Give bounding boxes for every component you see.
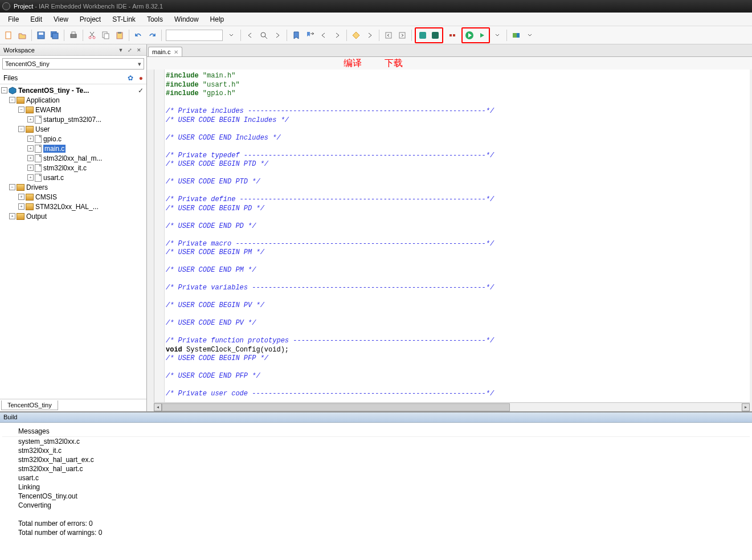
tree-hal-m[interactable]: + stm32l0xx_hal_m...: [0, 153, 146, 163]
workspace-close-icon[interactable]: ✕: [135, 46, 143, 54]
stop-build-icon[interactable]: [446, 29, 459, 42]
expand-icon[interactable]: +: [18, 203, 24, 210]
print-icon[interactable]: [67, 29, 80, 42]
build-messages-header: Messages: [2, 426, 750, 437]
scroll-left-icon[interactable]: ◂: [154, 403, 162, 411]
gear-icon[interactable]: ✿: [128, 74, 133, 82]
undo-icon[interactable]: [132, 29, 145, 42]
find-next-icon[interactable]: [271, 29, 284, 42]
download-debug-icon[interactable]: [463, 29, 476, 42]
build-message: usart.c: [2, 473, 750, 483]
folder-icon: [26, 107, 34, 113]
expand-icon[interactable]: +: [27, 174, 34, 181]
workspace-pin-icon[interactable]: ⤢: [126, 46, 134, 54]
nav-back-icon[interactable]: [317, 29, 330, 42]
config-value: TencentOS_tiny: [5, 60, 50, 67]
scroll-thumb[interactable]: [162, 403, 510, 411]
dot-icon[interactable]: ●: [139, 74, 143, 82]
cut-icon[interactable]: [86, 29, 99, 42]
build-panel: Build Messages system_stm32l0xx.cstm32l0…: [0, 412, 752, 560]
menu-tools[interactable]: Tools: [141, 14, 169, 25]
scroll-track[interactable]: [162, 403, 742, 411]
svg-rect-22: [517, 33, 520, 38]
workspace-dropdown-icon[interactable]: ▼: [117, 46, 125, 54]
expand-icon[interactable]: +: [27, 165, 34, 171]
nav-fwd-icon[interactable]: [331, 29, 344, 42]
step-icon[interactable]: [363, 29, 376, 42]
open-icon[interactable]: [16, 29, 28, 42]
tree-cmsis[interactable]: + CMSIS: [0, 192, 146, 202]
redo-icon[interactable]: [146, 29, 158, 42]
menu-file[interactable]: File: [2, 14, 24, 25]
paste-icon[interactable]: [113, 29, 126, 42]
menu-project[interactable]: Project: [74, 14, 107, 25]
tree-application[interactable]: − Application: [0, 95, 146, 105]
save-icon[interactable]: [35, 29, 47, 42]
new-file-icon[interactable]: [2, 29, 15, 42]
expand-icon[interactable]: +: [27, 116, 34, 122]
file-tree[interactable]: − TencentOS_tiny - Te... ✓ − Application…: [0, 84, 146, 399]
target-dropdown-icon[interactable]: [524, 29, 536, 42]
menu-edit[interactable]: Edit: [24, 14, 48, 25]
expand-icon[interactable]: +: [27, 145, 34, 152]
copy-icon[interactable]: [100, 29, 112, 42]
target-icon[interactable]: [510, 29, 522, 42]
find-icon[interactable]: [258, 29, 270, 42]
expand-icon[interactable]: +: [18, 194, 24, 200]
find-prev-icon[interactable]: [244, 29, 256, 42]
menu-view[interactable]: View: [48, 14, 74, 25]
workspace-header: Workspace ▼ ⤢ ✕: [0, 44, 146, 56]
debug-dropdown-icon[interactable]: [491, 29, 504, 42]
scroll-right-icon[interactable]: ▸: [742, 403, 750, 411]
title-project: Project: [14, 3, 33, 10]
editor-gutter: [154, 70, 165, 402]
tree-startup[interactable]: + startup_stm32l07...: [0, 115, 146, 124]
compile-icon[interactable]: [416, 29, 429, 42]
expand-icon[interactable]: +: [27, 136, 34, 142]
config-dropdown[interactable]: TencentOS_tiny ▾: [2, 58, 144, 70]
code-editor[interactable]: #include "main.h" #include "usart.h" #in…: [154, 70, 750, 402]
collapse-icon[interactable]: −: [18, 107, 24, 113]
build-output[interactable]: Messages system_stm32l0xx.cstm32l0xx_it.…: [0, 423, 752, 560]
tree-drivers[interactable]: − Drivers: [0, 182, 146, 192]
tree-gpio[interactable]: + gpio.c: [0, 134, 146, 144]
collapse-icon[interactable]: −: [18, 126, 24, 132]
menu-stlink[interactable]: ST-Link: [107, 14, 141, 25]
close-icon[interactable]: ✕: [174, 49, 178, 55]
breakpoint-icon[interactable]: [350, 29, 362, 42]
bookmark-toggle-icon[interactable]: [290, 29, 303, 42]
expand-icon[interactable]: +: [9, 213, 15, 219]
goto-prev-icon[interactable]: [382, 29, 395, 42]
tree-hal[interactable]: + STM32L0xx_HAL_...: [0, 202, 146, 211]
svg-rect-14: [386, 32, 391, 38]
tree-output[interactable]: + Output: [0, 211, 146, 221]
file-icon: [35, 154, 42, 162]
tree-usart[interactable]: + usart.c: [0, 173, 146, 182]
tree-user[interactable]: − User: [0, 124, 146, 134]
workspace-tab[interactable]: TencentOS_tiny: [1, 400, 58, 410]
toolbar-sep: [83, 30, 83, 41]
search-input[interactable]: [166, 30, 223, 41]
toolbar: [0, 26, 752, 44]
svg-rect-17: [432, 32, 439, 39]
tree-ewarm[interactable]: − EWARM: [0, 105, 146, 115]
debug-nobreak-icon[interactable]: [476, 29, 488, 42]
collapse-icon[interactable]: −: [9, 184, 15, 190]
tree-project-root[interactable]: − TencentOS_tiny - Te... ✓: [0, 85, 146, 95]
editor-tab-main[interactable]: main.c ✕: [148, 47, 182, 56]
menu-help[interactable]: Help: [205, 14, 230, 25]
tree-it-c[interactable]: + stm32l0xx_it.c: [0, 163, 146, 173]
collapse-icon[interactable]: −: [1, 87, 7, 93]
expand-icon[interactable]: +: [27, 155, 34, 161]
toolbar-sep: [411, 30, 412, 41]
goto-next-icon[interactable]: [396, 29, 408, 42]
bookmark-next-icon[interactable]: [304, 29, 316, 42]
tree-main-c[interactable]: + main.c: [0, 144, 146, 153]
save-all-icon[interactable]: [48, 29, 61, 42]
collapse-icon[interactable]: −: [9, 97, 15, 103]
menu-window[interactable]: Window: [169, 14, 205, 25]
svg-rect-12: [118, 32, 121, 34]
editor-hscrollbar[interactable]: ◂ ▸: [154, 402, 750, 411]
make-icon[interactable]: [429, 29, 442, 42]
search-dropdown-icon[interactable]: [225, 29, 238, 42]
